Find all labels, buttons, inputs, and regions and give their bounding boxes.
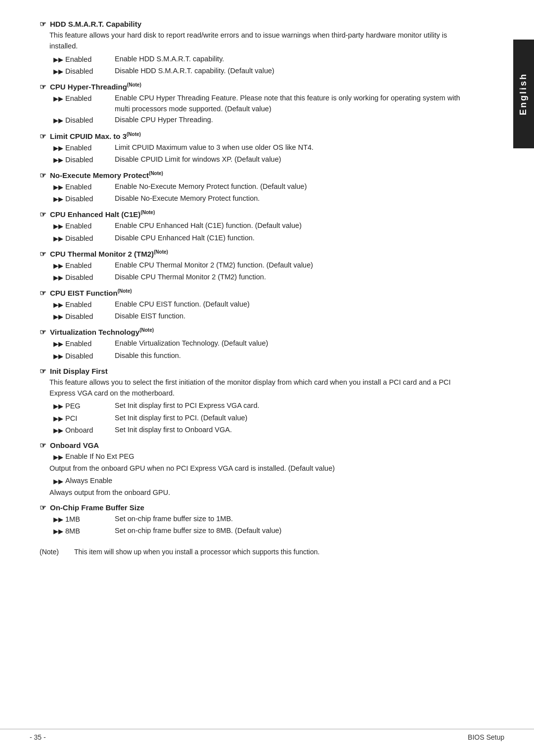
option-row: ▶▶ 8MB Set on-chip frame buffer size to … [53,526,470,537]
section-onchip-frame-buffer: ☞ On-Chip Frame Buffer Size ▶▶ 1MB Set o… [40,503,470,537]
option-label: Enabled [65,142,115,154]
footer: - 35 - BIOS Setup [0,729,534,741]
option-desc: Set on-chip frame buffer size to 1MB. [115,514,470,525]
option-desc: Set Init display first to PCI. (Default … [115,413,470,424]
section-icon: ☞ [40,132,46,141]
option-row: ▶▶ Disabled Disable CPU Thermal Monitor … [53,272,470,283]
section-cpu-hyperthreading: ☞ CPU Hyper-Threading(Note) ▶▶ Enabled E… [40,82,470,127]
section-title-cpu-enhanced-halt: ☞ CPU Enhanced Halt (C1E)(Note) [40,210,470,219]
sup-note: (Note) [139,327,154,333]
bullet-icon: ▶▶ [53,526,63,537]
main-content: ☞ HDD S.M.A.R.T. Capability This feature… [40,20,470,557]
option-label: PEG [65,400,115,412]
option-desc: Set Init display first to PCI Express VG… [115,400,470,412]
section-title-onchip-frame-buffer: ☞ On-Chip Frame Buffer Size [40,503,470,512]
bullet-icon: ▶▶ [53,299,63,311]
option-desc: Disable CPU Enhanced Halt (C1E) function… [115,233,470,244]
option-label: Enabled [65,299,115,311]
bullet-icon: ▶▶ [53,413,63,424]
option-row: ▶▶ PEG Set Init display first to PCI Exp… [53,400,470,412]
bullet-icon: ▶▶ [53,142,63,154]
english-tab: English [513,40,534,148]
bullet-icon: ▶▶ [53,233,63,244]
option-desc: Limit CPUID Maximum value to 3 when use … [115,142,470,154]
option-row: ▶▶ Enabled Enable CPU EIST function. (De… [53,299,470,311]
section-icon: ☞ [40,83,46,91]
section-init-display: ☞ Init Display First This feature allows… [40,367,470,436]
bullet-icon: ▶▶ [53,260,63,271]
section-title-text: CPU Hyper-Threading(Note) [50,82,141,91]
note-text: This item will show up when you install … [74,547,319,557]
option-desc: Enable CPU EIST function. (Default value… [115,299,470,311]
section-no-execute: ☞ No-Execute Memory Protect(Note) ▶▶ Ena… [40,171,470,205]
option-label: Enabled [65,93,115,115]
section-title-text: HDD S.M.A.R.T. Capability [50,20,141,28]
option-row: ▶▶ Enabled Limit CPUID Maximum value to … [53,142,470,154]
section-title-hdd-smart: ☞ HDD S.M.A.R.T. Capability [40,20,470,29]
section-limit-cpuid: ☞ Limit CPUID Max. to 3(Note) ▶▶ Enabled… [40,132,470,166]
option-row: ▶▶ Enabled Enable No-Execute Memory Prot… [53,181,470,193]
option-row: ▶▶ Enable If No Ext PEG [53,451,470,463]
option-desc: Enable No-Execute Memory Protect functio… [115,181,470,193]
option-label: Disabled [65,154,115,166]
option-row: ▶▶ Onboard Set Init display first to Onb… [53,425,470,436]
section-title-cpu-thermal-monitor: ☞ CPU Thermal Monitor 2 (TM2)(Note) [40,249,470,259]
footer-page: - 35 - [30,733,46,741]
option-label: Disabled [65,193,115,205]
section-title-onboard-vga: ☞ Onboard VGA [40,441,470,450]
section-title-init-display: ☞ Init Display First [40,367,470,376]
option-row: ▶▶ Disabled Disable No-Execute Memory Pr… [53,193,470,205]
section-onboard-vga: ☞ Onboard VGA ▶▶ Enable If No Ext PEG Ou… [40,441,470,498]
section-icon: ☞ [40,503,46,512]
option-label: Disabled [65,66,115,77]
option-label: Enabled [65,221,115,232]
option-row: ▶▶ Disabled Disable HDD S.M.A.R.T. capab… [53,66,470,77]
bullet-icon: ▶▶ [53,221,63,232]
bullet-icon: ▶▶ [53,272,63,283]
option-desc: Enable Virtualization Technology. (Defau… [115,338,470,350]
bullet-icon: ▶▶ [53,54,63,65]
section-title-text: CPU EIST Function(Note) [50,288,132,297]
bullet-icon: ▶▶ [53,351,63,362]
section-title-text: Limit CPUID Max. to 3(Note) [50,132,141,140]
bullet-icon: ▶▶ [53,154,63,166]
section-desc-onboard-vga: Output from the onboard GPU when no PCI … [49,463,470,474]
section-icon: ☞ [40,210,46,219]
section-icon: ☞ [40,289,46,298]
option-label: PCI [65,413,115,424]
bullet-icon: ▶▶ [53,425,63,436]
option-label: Disabled [65,233,115,244]
section-title-text: CPU Enhanced Halt (C1E)(Note) [50,210,155,219]
section-title-cpu-eist: ☞ CPU EIST Function(Note) [40,288,470,298]
footer-label: BIOS Setup [468,733,504,741]
bullet-icon: ▶▶ [53,115,63,126]
option-label: Disabled [65,272,115,283]
option-row: ▶▶ PCI Set Init display first to PCI. (D… [53,413,470,424]
option-desc: Disable HDD S.M.A.R.T. capability. (Defa… [115,66,470,77]
section-title-text: No-Execute Memory Protect(Note) [50,171,163,179]
bullet-icon: ▶▶ [53,181,63,193]
section-title-text: Init Display First [50,367,108,375]
section-icon: ☞ [40,171,46,180]
option-desc: Disable CPU Thermal Monitor 2 (TM2) func… [115,272,470,283]
option-label: Disabled [65,115,115,126]
option-desc: Enable HDD S.M.A.R.T. capability. [115,54,470,65]
sup-note: (Note) [118,288,132,294]
sup-note: (Note) [149,171,163,176]
section-desc-init-display: This feature allows you to select the fi… [49,377,470,399]
section-icon: ☞ [40,20,46,29]
option-row: ▶▶ Always Enable [53,476,470,487]
section-cpu-enhanced-halt: ☞ CPU Enhanced Halt (C1E)(Note) ▶▶ Enabl… [40,210,470,244]
sup-note: (Note) [127,82,141,88]
section-icon: ☞ [40,250,46,259]
sup-note: (Note) [127,132,141,137]
option-row: ▶▶ Enabled Enable CPU Thermal Monitor 2 … [53,260,470,271]
section-title-text: On-Chip Frame Buffer Size [50,503,144,512]
option-label: Onboard [65,425,115,436]
section-virtualization: ☞ Virtualization Technology(Note) ▶▶ Ena… [40,327,470,361]
option-desc: Disable CPUID Limit for windows XP. (Def… [115,154,470,166]
section-title-limit-cpuid: ☞ Limit CPUID Max. to 3(Note) [40,132,470,141]
bullet-icon: ▶▶ [53,400,63,412]
bullet-icon: ▶▶ [53,476,63,487]
note-row: (Note) This item will show up when you i… [40,547,470,557]
